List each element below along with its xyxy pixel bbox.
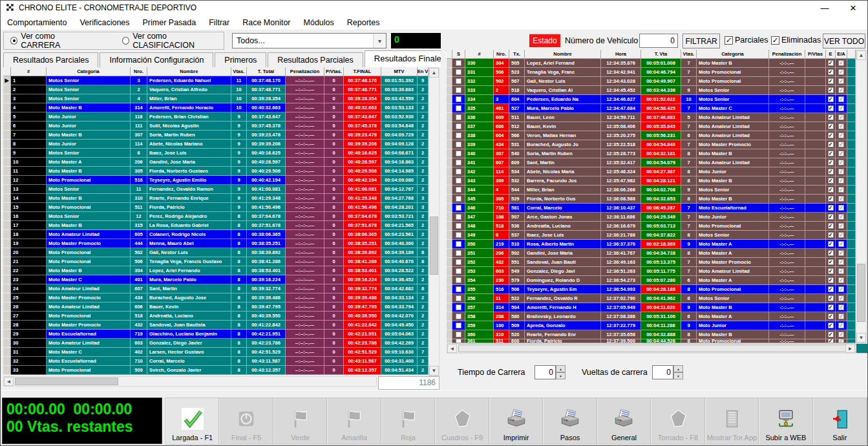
col-header-[interactable]: # bbox=[465, 50, 494, 59]
cell-ea[interactable]: ✓ bbox=[836, 294, 847, 303]
col-header-nombre[interactable]: Nombre bbox=[525, 50, 601, 59]
tab-resultados-parciales-0[interactable]: Resultados Parciales bbox=[3, 52, 98, 67]
menu-item-primer-pasada[interactable]: Primer Pasada bbox=[136, 16, 203, 29]
scroll-left-icon[interactable]: ◄ bbox=[447, 344, 457, 353]
checkbox-unchecked-icon[interactable] bbox=[456, 160, 461, 165]
checkbox-checked-icon[interactable]: ✓ bbox=[838, 133, 844, 138]
checkbox-checked-icon[interactable]: ✓ bbox=[828, 214, 834, 220]
radio-ver-como-clasificacion[interactable]: Ver como CLASIFICACION bbox=[122, 32, 224, 50]
result-row[interactable]: 13Motos Senior11Fernandez, Osvaldo Ramon… bbox=[3, 185, 429, 194]
passing-row[interactable]: 3496537Ibaez, Jose Luis12:36:21.78800:04… bbox=[447, 231, 856, 240]
passing-row[interactable]: 345305529Fiorda, Norberto Gus12:36:08.58… bbox=[447, 195, 856, 204]
checkbox-unchecked-icon[interactable] bbox=[456, 323, 461, 328]
cell-s[interactable] bbox=[452, 249, 465, 258]
col-header-t-final[interactable]: T.FINAL bbox=[344, 67, 381, 76]
cell-ea[interactable]: ✓ bbox=[836, 140, 847, 149]
tab-resultados-parciales-3[interactable]: Resultados Parciales bbox=[268, 52, 363, 67]
cell-s[interactable] bbox=[452, 167, 465, 176]
cell-e[interactable]: ✓ bbox=[826, 59, 836, 68]
checkbox-checked-icon[interactable]: ✓ bbox=[828, 277, 834, 283]
checkbox-checked-icon[interactable]: ✓ bbox=[838, 259, 844, 265]
chevron-down-icon[interactable]: ▾ bbox=[373, 34, 386, 48]
col-header-vtas[interactable]: Vtas. bbox=[681, 50, 697, 59]
checkbox-checked-icon[interactable]: ✓ bbox=[838, 169, 844, 175]
cell-e[interactable]: ✓ bbox=[826, 131, 836, 140]
result-row[interactable]: 15Moto Promocional511Fiorda, Patricio900… bbox=[3, 203, 429, 212]
scroll-up-icon[interactable]: ▲ bbox=[429, 68, 439, 78]
passing-row[interactable]: 332502567Gali, Nestor Luis12:34:43.02800… bbox=[447, 77, 856, 86]
cell-e[interactable]: ✓ bbox=[826, 312, 836, 321]
checkbox-unchecked-icon[interactable] bbox=[456, 196, 461, 202]
checkbox-unchecked-icon[interactable] bbox=[456, 286, 461, 292]
cell-s[interactable] bbox=[452, 294, 465, 303]
col-header-nro[interactable]: Nro. bbox=[131, 67, 147, 76]
ver-todo-button[interactable]: VER TODO bbox=[823, 34, 865, 48]
cell-s[interactable] bbox=[452, 330, 465, 339]
result-row[interactable]: 17Moto Master B315La Rosa, Eduardo Gabri… bbox=[3, 221, 429, 230]
tiempo-carrera-spinner[interactable]: 0 ▲▼ bbox=[535, 365, 566, 379]
passing-row[interactable]: 343309532Barrera, Facundo Jos12:35:47.98… bbox=[447, 176, 856, 186]
checkbox-checked-icon[interactable]: ✓ bbox=[828, 87, 834, 93]
checkbox-unchecked-icon[interactable] bbox=[456, 78, 461, 84]
cell-ea[interactable]: ✓ bbox=[836, 303, 847, 312]
checkbox-checked-icon[interactable]: ✓ bbox=[838, 286, 844, 292]
checkbox-checked-icon[interactable]: ✓ bbox=[838, 268, 844, 274]
checkbox-checked-icon[interactable]: ✓ bbox=[828, 241, 834, 247]
cell-s[interactable] bbox=[452, 231, 465, 240]
checkbox-checked-icon[interactable]: ✓ bbox=[838, 78, 844, 84]
checkbox-checked-icon[interactable]: ✓ bbox=[828, 69, 834, 75]
menu-item-filtrar[interactable]: Filtrar bbox=[202, 16, 236, 29]
checkbox-checked-icon[interactable]: ✓ bbox=[828, 178, 834, 184]
checkbox-checked-icon[interactable]: ✓ bbox=[828, 250, 834, 256]
checkbox-checked-icon[interactable]: ✓ bbox=[828, 114, 834, 120]
col-header-en-v[interactable]: En V bbox=[418, 67, 429, 76]
cell-e[interactable]: ✓ bbox=[826, 149, 836, 158]
filtrar-button[interactable]: FILTRAR bbox=[683, 34, 720, 48]
close-button[interactable]: ✕ bbox=[839, 1, 867, 15]
result-row[interactable]: ▶1Motos Senior3Pedersen, Eduardo Nahuel1… bbox=[3, 76, 429, 85]
col-header-[interactable]: # bbox=[11, 67, 47, 76]
result-row[interactable]: 29Moto Escuela/tornad719Giacchino, Lucia… bbox=[3, 330, 429, 339]
result-row[interactable]: 16Motos Senior12Perez, Rodrigo Alejandro… bbox=[3, 212, 429, 221]
cell-ea[interactable]: ✓ bbox=[836, 312, 847, 321]
checkbox-unchecked-icon[interactable] bbox=[456, 114, 461, 120]
col-header-tx[interactable]: Tx. bbox=[509, 50, 525, 59]
cell-s[interactable] bbox=[452, 77, 465, 86]
menu-item-verificaciones[interactable]: Verificaciones bbox=[73, 16, 136, 29]
col-header-t-total[interactable]: T. Total bbox=[247, 67, 286, 76]
scroll-left-icon[interactable]: ◄ bbox=[4, 377, 14, 386]
cell-ea[interactable]: ✓ bbox=[836, 131, 847, 140]
result-row[interactable]: 10Moto Master A206Gandini, Jose Maria900… bbox=[3, 158, 429, 167]
checkbox-checked-icon[interactable]: ✓ bbox=[838, 313, 844, 319]
pasos-button[interactable]: Pasos bbox=[543, 398, 597, 444]
vehicle-number-input[interactable]: 0 bbox=[639, 34, 678, 48]
menu-item-reportes[interactable]: Reportes bbox=[341, 16, 386, 29]
panel-splitter[interactable] bbox=[441, 30, 446, 390]
minimize-button[interactable]: — bbox=[810, 1, 839, 15]
checkbox-unchecked-icon[interactable] bbox=[456, 142, 461, 147]
cell-s[interactable] bbox=[452, 321, 465, 330]
result-row[interactable]: 31Moto Master C402Larsen, Hector Gustavo… bbox=[3, 348, 429, 357]
checkbox-unchecked-icon[interactable] bbox=[456, 241, 461, 247]
checkbox-checked-icon[interactable]: ✓ bbox=[838, 232, 844, 238]
passing-row[interactable]: 3332518Vaquero, Cristian Al12:34:45.4520… bbox=[447, 86, 856, 95]
cell-s[interactable] bbox=[452, 222, 465, 231]
passing-row[interactable]: 353603549Gonzalez, Diego Javi12:36:51.26… bbox=[447, 267, 856, 276]
checkbox-checked-icon[interactable]: ✓ bbox=[838, 142, 844, 147]
passing-row[interactable]: 347108507Arce, Gaston Jonas12:36:11.6860… bbox=[447, 213, 856, 222]
cell-e[interactable]: ✓ bbox=[826, 86, 836, 95]
checkbox-checked-icon[interactable]: ✓ bbox=[828, 205, 834, 211]
checkbox-checked-icon[interactable]: ✓ bbox=[828, 295, 834, 301]
scroll-down-icon[interactable]: ▼ bbox=[429, 366, 439, 376]
radio-ver-como-carrera[interactable]: Ver como CARRERA bbox=[10, 32, 91, 50]
cell-e[interactable]: ✓ bbox=[826, 276, 836, 285]
spinner-down-icon[interactable]: ▼ bbox=[673, 372, 683, 379]
cell-ea[interactable]: ✓ bbox=[836, 149, 847, 158]
cell-ea[interactable]: ✓ bbox=[836, 186, 847, 195]
cell-e[interactable]: ✓ bbox=[826, 285, 836, 294]
cell-s[interactable] bbox=[452, 213, 465, 222]
cell-s[interactable] bbox=[452, 149, 465, 158]
menu-item-race-monitor[interactable]: Race Monitor bbox=[236, 16, 297, 29]
checkbox-checked-icon[interactable]: ✓ bbox=[828, 142, 834, 147]
tab-informaci-n-configuraci-n-1[interactable]: Información Configuración bbox=[100, 52, 213, 67]
